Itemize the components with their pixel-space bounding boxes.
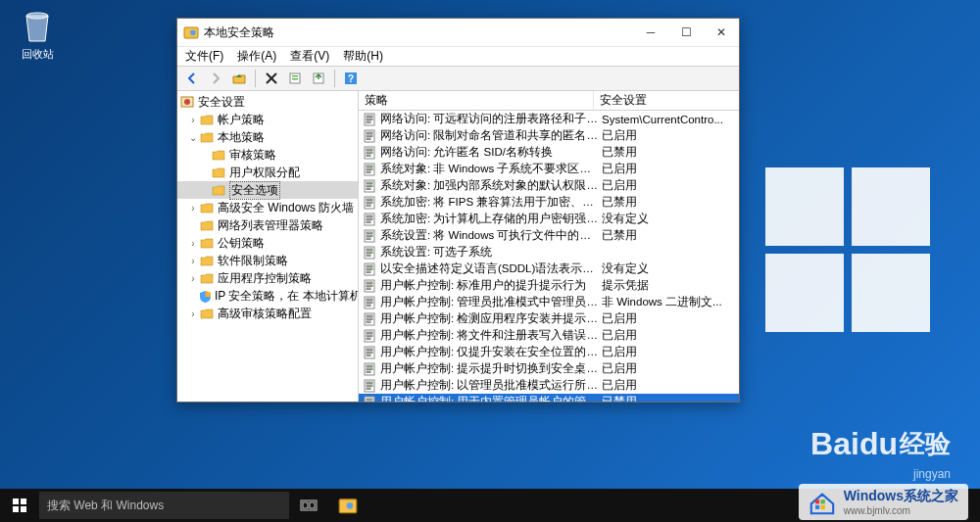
collapse-icon[interactable]: ⌄: [187, 132, 199, 143]
list-row[interactable]: 网络访问: 允许匿名 SID/名称转换已禁用: [359, 144, 739, 161]
policy-name: 用户帐户控制: 仅提升安装在安全位置的 UIAccess 应用程序: [380, 345, 598, 359]
up-button[interactable]: [228, 69, 250, 88]
back-button[interactable]: [181, 69, 203, 88]
column-policy[interactable]: 策略: [359, 91, 594, 110]
forward-button[interactable]: [205, 69, 226, 88]
list-row[interactable]: 用户帐户控制: 标准用户的提升提示行为提示凭据: [359, 277, 739, 294]
desktop-recycle-bin[interactable]: 回收站: [14, 6, 61, 62]
expand-icon[interactable]: ›: [187, 273, 199, 284]
list-row[interactable]: 用户帐户控制: 提示提升时切换到安全桌面已启用: [359, 360, 739, 377]
minimize-button[interactable]: ─: [633, 19, 668, 46]
close-button[interactable]: ✕: [704, 19, 739, 46]
list-row[interactable]: 系统对象: 非 Windows 子系统不要求区分大小写已启用: [359, 161, 739, 177]
policy-icon: [363, 346, 376, 359]
tree-ipsec[interactable]: IP 安全策略，在 本地计算机: [177, 287, 358, 305]
column-setting[interactable]: 安全设置: [594, 91, 739, 110]
policy-tree[interactable]: 安全设置 › 帐户策略 ⌄ 本地策略 审核策略 用户权限分配: [177, 91, 359, 402]
policy-name: 用户帐户控制: 用于内置管理员帐户的管理员批准模式: [380, 395, 598, 402]
expand-icon[interactable]: ›: [187, 238, 199, 249]
policy-setting: 已启用: [598, 311, 739, 326]
svg-rect-2: [852, 167, 930, 246]
export-button[interactable]: [308, 69, 329, 88]
svg-rect-27: [367, 149, 372, 151]
titlebar[interactable]: 本地安全策略 ─ ☐ ✕: [177, 19, 739, 46]
list-row[interactable]: 以安全描述符定义语言(SDDL)语法表示的计算机访问限制没有定义: [359, 261, 739, 277]
tree-pubkey[interactable]: › 公钥策略: [177, 234, 358, 252]
maximize-button[interactable]: ☐: [668, 19, 704, 46]
expand-icon[interactable]: ›: [187, 256, 199, 266]
tree-app-control[interactable]: › 应用程序控制策略: [177, 269, 358, 287]
list-row[interactable]: 系统设置: 将 Windows 可执行文件中的证书规则用于软件...已禁用: [359, 227, 739, 244]
properties-button[interactable]: [284, 69, 306, 88]
list-row[interactable]: 系统对象: 加强内部系统对象的默认权限(例如，符号链接)已启用: [359, 177, 739, 194]
list-row[interactable]: 用户帐户控制: 检测应用程序安装并提示提升已启用: [359, 310, 739, 327]
svg-rect-100: [13, 506, 19, 512]
policy-name: 系统对象: 加强内部系统对象的默认权限(例如，符号链接): [380, 178, 598, 193]
tree-local-policies[interactable]: ⌄ 本地策略: [177, 128, 358, 146]
policy-setting: System\CurrentContro...: [598, 114, 739, 125]
tree-user-rights[interactable]: 用户权限分配: [177, 164, 358, 181]
folder-icon: [199, 113, 215, 126]
list-row[interactable]: 用户帐户控制: 仅提升安装在安全位置的 UIAccess 应用程序已启用: [359, 344, 739, 360]
policy-name: 以安全描述符定义语言(SDDL)语法表示的计算机访问限制: [380, 261, 598, 276]
search-input[interactable]: 搜索 Web 和 Windows: [39, 492, 289, 519]
app-icon: [183, 24, 199, 40]
policy-icon: [363, 129, 376, 143]
folder-icon: [211, 148, 226, 162]
tree-root[interactable]: 安全设置: [177, 93, 358, 111]
paw-icon: 🐾: [760, 421, 808, 467]
menu-file[interactable]: 文件(F): [181, 46, 227, 67]
policy-name: 网络访问: 限制对命名管道和共享的匿名访问: [380, 128, 598, 143]
list-row[interactable]: 系统设置: 可选子系统: [359, 244, 739, 261]
list-row[interactable]: 用户帐户控制: 用于内置管理员帐户的管理员批准模式已禁用: [359, 394, 739, 402]
policy-icon: [363, 179, 376, 193]
folder-icon: [199, 130, 215, 144]
list-row[interactable]: 用户帐户控制: 以管理员批准模式运行所有管理员已启用: [359, 377, 739, 394]
menu-action[interactable]: 操作(A): [233, 46, 280, 67]
list-row[interactable]: 系统加密: 将 FIPS 兼容算法用于加密、哈希和签名已禁用: [359, 194, 739, 211]
tree-netlist[interactable]: 网络列表管理器策略: [177, 216, 358, 234]
tree-firewall[interactable]: › 高级安全 Windows 防火墙: [177, 199, 358, 216]
expand-icon[interactable]: ›: [187, 203, 199, 214]
folder-icon: [211, 166, 226, 179]
svg-rect-101: [21, 506, 26, 512]
list-row[interactable]: 网络访问: 限制对命名管道和共享的匿名访问已启用: [359, 127, 739, 144]
tree-adv-audit[interactable]: › 高级审核策略配置: [177, 305, 358, 322]
svg-rect-85: [367, 388, 370, 390]
tree-account-policies[interactable]: › 帐户策略: [177, 111, 358, 128]
tree-audit-policy[interactable]: 审核策略: [177, 146, 358, 164]
policy-name: 系统设置: 可选子系统: [380, 245, 598, 260]
expand-icon[interactable]: ›: [187, 308, 199, 319]
list-row[interactable]: 用户帐户控制: 将文件和注册表写入错误虚拟化到每用户位置已启用: [359, 327, 739, 344]
svg-rect-48: [367, 235, 372, 237]
task-view-button[interactable]: [289, 489, 328, 522]
delete-button[interactable]: [261, 69, 282, 88]
policy-setting: 没有定义: [598, 212, 739, 226]
svg-rect-65: [367, 305, 370, 307]
svg-rect-88: [367, 402, 372, 403]
list-row[interactable]: 系统加密: 为计算机上存储的用户密钥强制进行强密钥保护没有定义: [359, 211, 739, 227]
menu-help[interactable]: 帮助(H): [339, 46, 387, 67]
svg-rect-72: [367, 335, 372, 337]
svg-rect-4: [852, 254, 930, 332]
list-row[interactable]: 网络访问: 可远程访问的注册表路径和子路径System\CurrentContr…: [359, 111, 739, 127]
taskbar-secpol-icon[interactable]: [328, 489, 368, 522]
svg-rect-67: [367, 315, 372, 317]
tree-software-restriction[interactable]: › 软件限制策略: [177, 252, 358, 269]
help-button[interactable]: ?: [340, 69, 362, 88]
policy-setting: 已启用: [598, 128, 739, 143]
svg-rect-71: [367, 332, 372, 334]
policy-icon: [363, 213, 376, 226]
start-button[interactable]: [0, 489, 39, 522]
menu-view[interactable]: 查看(V): [286, 46, 333, 67]
list-header[interactable]: 策略 安全设置: [359, 91, 739, 111]
policy-list[interactable]: 策略 安全设置 网络访问: 可远程访问的注册表路径和子路径System\Curr…: [359, 91, 739, 402]
svg-rect-24: [367, 135, 372, 137]
tree-security-options[interactable]: 安全选项: [177, 181, 358, 199]
shield-icon: [199, 289, 212, 303]
expand-icon[interactable]: ›: [187, 115, 199, 125]
svg-rect-11: [292, 75, 298, 77]
policy-icon: [363, 246, 376, 260]
svg-rect-1: [765, 167, 844, 246]
list-row[interactable]: 用户帐户控制: 管理员批准模式中管理员的提升权限提示的...非 Windows …: [359, 294, 739, 310]
